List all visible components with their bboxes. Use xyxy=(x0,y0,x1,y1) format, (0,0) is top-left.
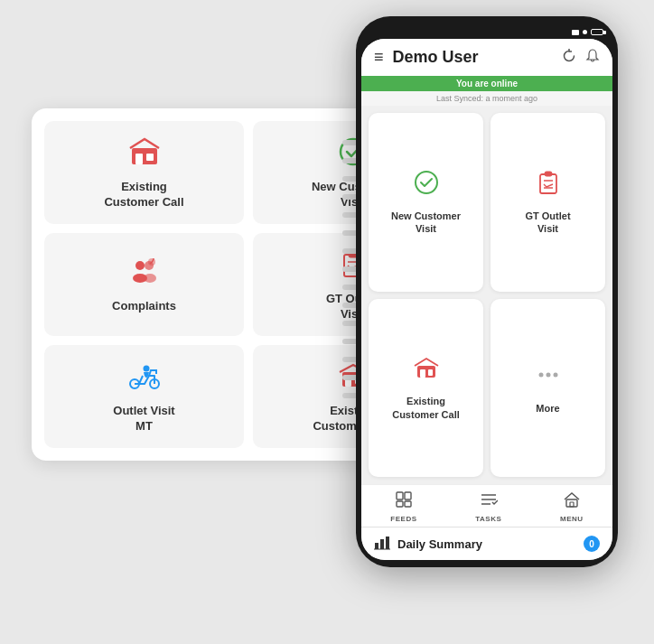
svg-point-28 xyxy=(546,372,550,377)
bg-item-existing-customer-call[interactable]: ExistingCustomer Call xyxy=(44,121,244,224)
grid-label-4: More xyxy=(536,402,559,415)
grid-label-3: ExistingCustomer Call xyxy=(392,395,460,421)
grid-store-icon xyxy=(413,354,440,387)
grid-item-new-customer-visit[interactable]: New CustomerVisit xyxy=(369,113,483,292)
svg-point-27 xyxy=(538,372,543,377)
nav-menu-label: MENU xyxy=(560,515,584,523)
svg-rect-37 xyxy=(566,499,577,507)
store-icon xyxy=(128,135,161,173)
svg-rect-2 xyxy=(146,154,154,161)
signal-icon xyxy=(572,30,579,35)
svg-point-7 xyxy=(144,274,156,283)
daily-summary[interactable]: Daily Summary 0 xyxy=(361,527,612,560)
svg-point-15 xyxy=(143,365,149,371)
nav-feeds-label: FEEDS xyxy=(390,515,416,523)
svg-rect-1 xyxy=(135,154,143,164)
sync-status: Last Synced: a moment ago xyxy=(361,91,612,106)
svg-rect-25 xyxy=(420,369,425,378)
nav-feeds[interactable]: FEEDS xyxy=(390,490,416,523)
battery-icon xyxy=(591,29,603,35)
scooter-icon xyxy=(126,359,163,397)
svg-rect-40 xyxy=(380,539,384,549)
svg-point-19 xyxy=(416,172,437,193)
bg-item-label-3: Complaints xyxy=(112,299,176,314)
svg-rect-20 xyxy=(540,174,556,193)
feeds-icon xyxy=(395,490,413,513)
wifi-icon xyxy=(583,30,587,34)
svg-rect-26 xyxy=(428,369,433,376)
svg-rect-31 xyxy=(405,492,411,499)
bell-icon[interactable] xyxy=(585,49,600,67)
nav-tasks[interactable]: TASKS xyxy=(475,490,501,523)
svg-rect-41 xyxy=(386,537,389,549)
daily-summary-badge: 0 xyxy=(584,536,600,552)
app-grid: New CustomerVisit GT OutletVisit xyxy=(361,106,612,484)
grid-clipboard-icon xyxy=(535,169,562,202)
bg-item-outlet-visit-mt[interactable]: Outlet VisitMT xyxy=(44,345,244,448)
app-title: Demo User xyxy=(393,48,553,67)
header-icons xyxy=(562,49,600,67)
grid-dots-icon xyxy=(535,361,562,395)
svg-rect-21 xyxy=(545,172,552,176)
nav-menu[interactable]: MENU xyxy=(560,490,584,523)
nav-tasks-label: TASKS xyxy=(475,515,501,523)
online-banner: You are online xyxy=(361,76,612,91)
svg-rect-33 xyxy=(405,501,411,507)
app-header: ≡ Demo User xyxy=(361,39,612,76)
bg-item-label-1: ExistingCustomer Call xyxy=(104,180,183,210)
phone-frame: ≡ Demo User xyxy=(356,16,618,567)
scene: ExistingCustomer Call New CustomerVisit xyxy=(0,0,654,644)
hamburger-icon[interactable]: ≡ xyxy=(374,48,384,67)
daily-summary-title: Daily Summary xyxy=(397,537,576,551)
grid-label-2: GT OutletVisit xyxy=(525,210,570,236)
grid-check-circle-icon xyxy=(413,169,440,202)
bg-item-complaints[interactable]: Complaints xyxy=(44,233,244,336)
menu-home-icon xyxy=(563,490,581,513)
grid-label-1: New CustomerVisit xyxy=(391,210,461,236)
svg-rect-30 xyxy=(397,492,403,499)
phone-screen: ≡ Demo User xyxy=(361,39,612,560)
bottom-nav: FEEDS TASKS xyxy=(361,484,612,527)
svg-rect-32 xyxy=(397,501,403,507)
status-bar xyxy=(361,29,612,39)
grid-item-existing-customer-call[interactable]: ExistingCustomer Call xyxy=(369,299,483,478)
svg-point-29 xyxy=(553,372,557,377)
chart-icon xyxy=(374,534,390,554)
people-icon xyxy=(128,255,161,292)
grid-item-gt-outlet-visit[interactable]: GT OutletVisit xyxy=(490,113,605,292)
svg-rect-39 xyxy=(375,543,378,549)
bg-item-label-5: Outlet VisitMT xyxy=(113,404,174,434)
tasks-icon xyxy=(480,490,498,513)
svg-rect-38 xyxy=(570,502,574,507)
svg-point-4 xyxy=(135,261,145,270)
refresh-icon[interactable] xyxy=(562,49,576,67)
grid-item-more[interactable]: More xyxy=(490,299,605,478)
